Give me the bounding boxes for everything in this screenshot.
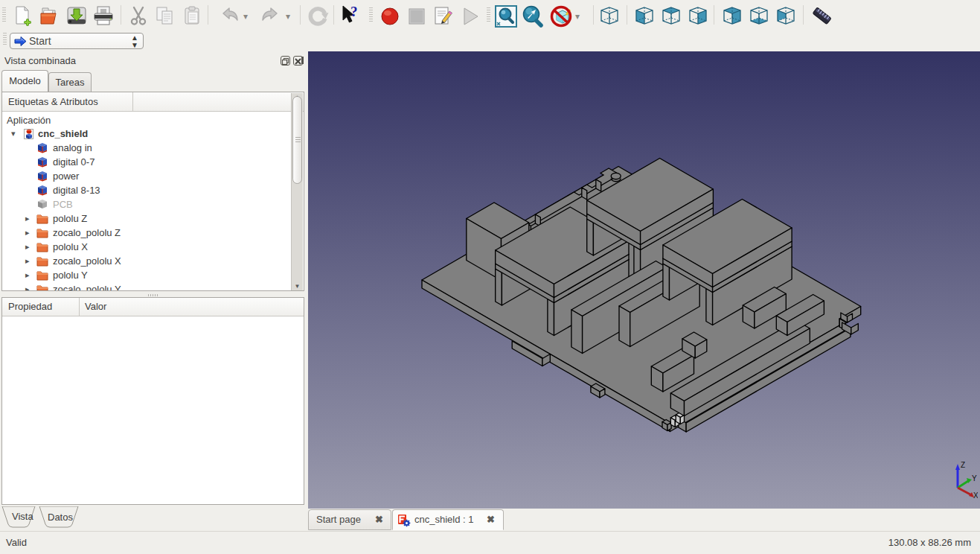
svg-text:X: X — [973, 491, 978, 498]
svg-text:Datos: Datos — [48, 512, 73, 523]
svg-text:?: ? — [350, 4, 358, 19]
svg-text:Vista: Vista — [12, 511, 33, 522]
svg-text:Y: Y — [972, 474, 977, 483]
svg-text:Z: Z — [961, 461, 965, 469]
